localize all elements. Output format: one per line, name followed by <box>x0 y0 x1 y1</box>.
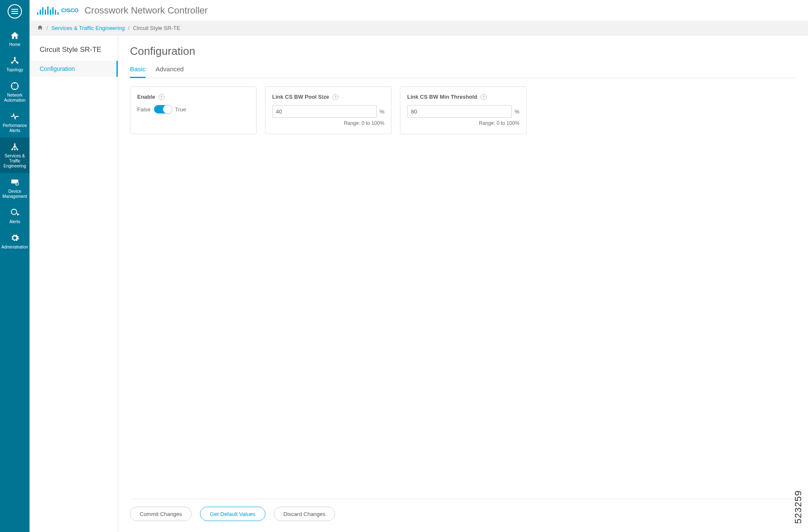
cards-row: Enable ? False True Link CS BW Pool Siz <box>130 86 796 134</box>
pulse-icon <box>10 111 20 122</box>
card-min-threshold: Link CS BW Min Threshold ? % Range: 0 to… <box>400 86 527 134</box>
watermark: 523259 <box>793 490 804 524</box>
pool-size-input[interactable] <box>272 105 377 118</box>
tab-basic[interactable]: Basic <box>130 65 146 78</box>
get-default-values-button[interactable]: Get Default Values <box>200 507 265 521</box>
brand-name: CISCO <box>61 7 78 14</box>
card-label: Link CS BW Pool Size <box>272 94 329 100</box>
tabs: Basic Advanced <box>130 65 796 78</box>
breadcrumb-separator: / <box>46 25 48 31</box>
svg-point-10 <box>11 209 17 215</box>
sidebar-item-topology[interactable]: Topology <box>0 51 30 77</box>
range-hint: Range: 0 to 100% <box>407 120 519 126</box>
unit-label: % <box>379 108 384 115</box>
sidebar-item-home[interactable]: Home <box>0 26 30 51</box>
sidebar-item-label: Performance Alerts <box>1 123 29 133</box>
help-icon[interactable]: ? <box>159 94 165 100</box>
range-hint: Range: 0 to 100% <box>272 120 384 126</box>
left-panel: Circuit Style SR-TE Configuration <box>30 35 118 532</box>
tab-advanced[interactable]: Advanced <box>156 65 184 78</box>
device-icon <box>10 177 20 187</box>
left-panel-item-label: Configuration <box>40 65 75 72</box>
help-icon[interactable]: ? <box>332 94 338 100</box>
alerts-icon <box>10 208 20 218</box>
main-area: CISCO Crosswork Network Controller / Ser… <box>30 0 808 532</box>
sidebar-item-administration[interactable]: Administration <box>0 229 30 254</box>
breadcrumb-current: Circuit Style SR-TE <box>133 25 180 31</box>
left-panel-title: Circuit Style SR-TE <box>30 46 118 61</box>
enable-toggle[interactable] <box>154 105 172 113</box>
sidebar: Home Topology Network Automation Perform… <box>0 0 30 532</box>
card-label: Enable <box>137 94 155 100</box>
tab-label: Advanced <box>156 65 184 73</box>
svg-point-6 <box>14 149 16 151</box>
card-pool-size: Link CS BW Pool Size ? % Range: 0 to 100… <box>265 86 392 134</box>
sidebar-item-label: Home <box>9 42 21 47</box>
toggle-knob <box>163 105 172 114</box>
cisco-logo: CISCO <box>37 6 78 15</box>
sidebar-item-services-traffic-engineering[interactable]: Services & Traffic Engineering <box>0 138 30 173</box>
unit-label: % <box>514 108 519 115</box>
tab-label: Basic <box>130 65 146 73</box>
hamburger-icon <box>11 9 18 14</box>
help-icon[interactable]: ? <box>481 94 486 100</box>
sidebar-item-label: Topology <box>6 68 23 73</box>
sidebar-item-label: Services & Traffic Engineering <box>1 154 29 169</box>
left-panel-item-configuration[interactable]: Configuration <box>30 61 118 77</box>
card-label: Link CS BW Min Threshold <box>407 94 477 100</box>
gear-icon <box>10 233 20 243</box>
breadcrumb-separator: / <box>128 25 130 31</box>
breadcrumb-link[interactable]: Services & Traffic Engineering <box>51 25 125 31</box>
min-threshold-input[interactable] <box>407 105 512 118</box>
sidebar-item-label: Device Management <box>1 189 29 199</box>
top-header: CISCO Crosswork Network Controller <box>30 0 808 21</box>
topology-icon <box>10 56 20 66</box>
automation-icon <box>10 81 20 91</box>
toggle-true-label: True <box>175 106 186 113</box>
sidebar-item-network-automation[interactable]: Network Automation <box>0 77 30 107</box>
breadcrumb: / Services & Traffic Engineering / Circu… <box>30 21 808 35</box>
sidebar-item-label: Administration <box>1 245 28 250</box>
footer-bar: Commit Changes Get Default Values Discar… <box>130 499 796 532</box>
right-panel: Configuration Basic Advanced Enable ? Fa… <box>118 35 808 532</box>
sidebar-item-label: Network Automation <box>1 93 29 103</box>
content-row: Circuit Style SR-TE Configuration Config… <box>30 35 808 532</box>
discard-changes-button[interactable]: Discard Changes <box>274 507 335 521</box>
commit-changes-button[interactable]: Commit Changes <box>130 507 192 521</box>
sidebar-item-label: Alerts <box>9 219 20 224</box>
card-enable: Enable ? False True <box>130 86 257 134</box>
sidebar-item-alerts[interactable]: Alerts <box>0 203 30 229</box>
services-icon <box>10 142 20 152</box>
sidebar-item-performance-alerts[interactable]: Performance Alerts <box>0 107 30 138</box>
page-title: Configuration <box>130 45 796 58</box>
sidebar-item-device-management[interactable]: Device Management <box>0 173 30 203</box>
home-icon[interactable] <box>37 24 43 32</box>
cisco-bars-icon <box>37 6 59 15</box>
product-name: Crosswork Network Controller <box>84 5 208 16</box>
menu-toggle-button[interactable] <box>8 4 22 19</box>
home-icon <box>10 30 20 41</box>
toggle-false-label: False <box>137 106 151 113</box>
